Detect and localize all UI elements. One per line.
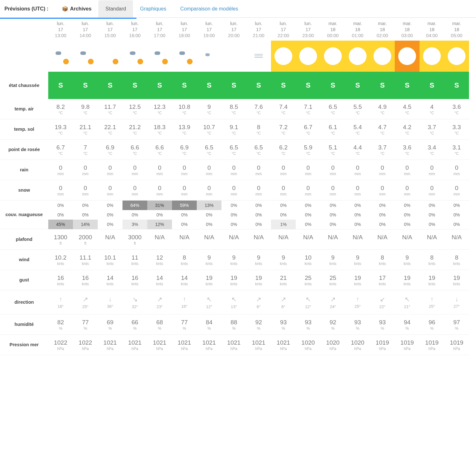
- cloud-low: 0%: [444, 220, 469, 229]
- row-label-humidity: humidité: [0, 314, 48, 335]
- cloud-low: 45%: [48, 220, 73, 229]
- row-label-dewpoint: point de rosée: [0, 140, 48, 160]
- cloud-low: 0%: [98, 220, 122, 229]
- temp_sol-cell: 22.1°C: [98, 119, 122, 140]
- road-state-cell: S: [221, 72, 246, 99]
- column-header: lun.1719:00: [197, 19, 221, 41]
- cloud-low: 0%: [296, 220, 321, 229]
- road-state-cell: S: [197, 72, 221, 99]
- column-header: lun.1717:00: [147, 19, 172, 41]
- dewpoint-cell: 3.4°C: [420, 140, 444, 160]
- column-header: lun.1713:00: [48, 19, 73, 41]
- tab-archives-label: Archives: [70, 6, 92, 12]
- row-label-pressure: Pression mer: [0, 335, 48, 355]
- cloud-cell: 0%0%0%: [420, 201, 444, 229]
- road-state-cell: S: [147, 72, 172, 99]
- snow-cell: 0mm: [370, 180, 395, 201]
- cloud-mid: 0%: [172, 210, 197, 220]
- temp_air-cell: 11.7°C: [98, 99, 122, 119]
- gust-cell: 19knts: [221, 270, 246, 290]
- cloud-high: 0%: [395, 201, 420, 210]
- wind-cell: 9knts: [221, 250, 246, 270]
- snow-cell: 0mm: [122, 180, 147, 201]
- ceiling-cell: N/A: [147, 229, 172, 250]
- temp_sol-cell: 4.2°C: [395, 119, 420, 140]
- ceiling-cell: 3000ft: [122, 229, 147, 250]
- cloud-mid: 0%: [370, 210, 395, 220]
- cloud-low: 0%: [246, 220, 271, 229]
- page-title: Prévisions (UTC) :: [4, 6, 49, 12]
- road-state-cell: S: [48, 72, 73, 99]
- humidity-cell: 92%: [321, 314, 345, 335]
- cloud-high: 0%: [246, 201, 271, 210]
- snow-cell: 0mm: [147, 180, 172, 201]
- rain-cell: 0mm: [172, 160, 197, 180]
- cloud-high: 0%: [345, 201, 370, 210]
- temp_air-cell: 7.1°C: [296, 99, 321, 119]
- row-label-gust: gust: [0, 270, 48, 290]
- cloud-high: 0%: [444, 201, 469, 210]
- direction-cell: ↑16°: [172, 290, 197, 314]
- temp_sol-cell: 6.7°C: [296, 119, 321, 140]
- humidity-cell: 82%: [48, 314, 73, 335]
- pressure-cell: 1019hPa: [444, 335, 469, 355]
- cloud-high: 31%: [147, 201, 172, 210]
- road-state-cell: S: [370, 72, 395, 99]
- cloud-cell: 0%0%0%: [221, 201, 246, 229]
- tab-graphiques[interactable]: Graphiques: [133, 0, 173, 17]
- pressure-cell: 1022hPa: [73, 335, 98, 355]
- direction-cell: ↖21°: [395, 290, 420, 314]
- temp_sol-cell: 10.7°C: [197, 119, 221, 140]
- direction-cell: ↗25°: [73, 290, 98, 314]
- row-label-direction: direction: [0, 290, 48, 314]
- gust-cell: 16knts: [122, 270, 147, 290]
- humidity-cell: 68%: [147, 314, 172, 335]
- humidity-cell: 93%: [370, 314, 395, 335]
- weather-icon: [246, 41, 271, 72]
- wind-cell: 11knts: [122, 250, 147, 270]
- humidity-cell: 77%: [73, 314, 98, 335]
- temp_sol-cell: 13.9°C: [172, 119, 197, 140]
- wind-cell: 10.2knts: [48, 250, 73, 270]
- rain-cell: 0mm: [221, 160, 246, 180]
- column-header: lun.1723:00: [296, 19, 321, 41]
- weather-icon: [197, 41, 221, 72]
- weather-icon: [172, 41, 197, 72]
- row-label-road: état chaussée: [0, 72, 48, 99]
- rain-cell: 0mm: [48, 160, 73, 180]
- humidity-cell: 88%: [221, 314, 246, 335]
- weather-icon: [73, 41, 98, 72]
- cloud-cell: 0%0%0%: [98, 201, 122, 229]
- cloud-mid: 0%: [98, 210, 122, 220]
- weather-icon: [296, 41, 321, 72]
- dewpoint-cell: 6.5°C: [246, 140, 271, 160]
- cloud-cell: 0%0%0%: [444, 201, 469, 229]
- tab-standard[interactable]: Standard: [98, 0, 133, 17]
- pressure-cell: 1020hPa: [321, 335, 345, 355]
- snow-cell: 0mm: [221, 180, 246, 201]
- pressure-cell: 1021hPa: [221, 335, 246, 355]
- humidity-cell: 94%: [395, 314, 420, 335]
- tab-archives[interactable]: 📦 Archives: [55, 0, 99, 17]
- pressure-cell: 1020hPa: [345, 335, 370, 355]
- column-header: mar.1803:00: [395, 19, 420, 41]
- cloud-cell: 0%0%1%: [271, 201, 296, 229]
- wind-cell: 9knts: [321, 250, 345, 270]
- gust-cell: 19knts: [197, 270, 221, 290]
- cloud-cell: 0%0%0%: [296, 201, 321, 229]
- temp_sol-cell: 5.4°C: [345, 119, 370, 140]
- pressure-cell: 1021hPa: [172, 335, 197, 355]
- tab-comparaison[interactable]: Comparaison de modèles: [173, 0, 245, 17]
- cloud-cell: 0%0%0%: [345, 201, 370, 229]
- temp_sol-cell: 21.2°C: [122, 119, 147, 140]
- cloud-cell: 13%0%0%: [197, 201, 221, 229]
- cloud-mid: 0%: [197, 210, 221, 220]
- temp_sol-cell: 4.7°C: [370, 119, 395, 140]
- column-header: mar.1801:00: [345, 19, 370, 41]
- direction-cell: ↖12°: [197, 290, 221, 314]
- gust-cell: 14knts: [147, 270, 172, 290]
- temp_sol-cell: 6.1°C: [321, 119, 345, 140]
- temp_air-cell: 7.6°C: [246, 99, 271, 119]
- humidity-cell: 96%: [420, 314, 444, 335]
- pressure-cell: 1021hPa: [122, 335, 147, 355]
